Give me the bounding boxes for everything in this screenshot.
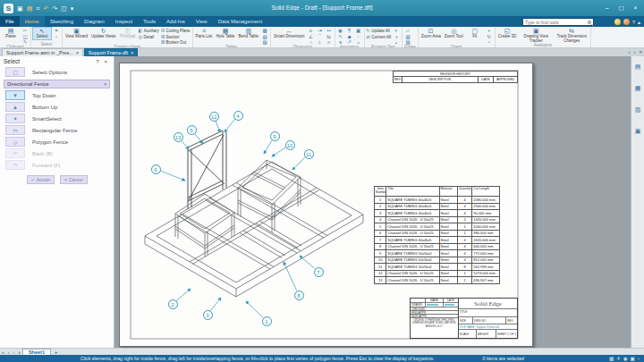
- drawing-canvas[interactable]: 12345678910111213 REVISION HISTORY REVDE…: [114, 56, 631, 348]
- menu-tab-file[interactable]: File: [0, 16, 20, 27]
- arc-dimension-icon[interactable]: ⌒: [317, 35, 324, 39]
- update-views-button[interactable]: ↻Update Views: [90, 28, 117, 39]
- minimize-ribbon-icon[interactable]: ▴: [638, 19, 640, 25]
- help-icon[interactable]: ?: [632, 20, 635, 25]
- queries-tab-icon[interactable]: ▥: [635, 106, 641, 114]
- qat-customize-icon[interactable]: ▾: [71, 4, 74, 13]
- select-panel-item-forward[interactable]: ↷Forward (F): [0, 159, 114, 171]
- block-table-icon[interactable]: ▨: [261, 35, 268, 39]
- panel-close-icon[interactable]: ×: [101, 59, 110, 64]
- zoom-out-icon[interactable]: −: [638, 355, 640, 362]
- frame-rails-geometry[interactable]: [179, 183, 327, 270]
- balloon-11[interactable]: 11: [304, 149, 314, 159]
- balloon-8[interactable]: 8: [294, 290, 304, 300]
- menu-tab-home[interactable]: Home: [20, 16, 45, 27]
- parts-list-row[interactable]: 2SQUARE TUBING 40x40x5Steel42560.000 mm: [375, 203, 500, 210]
- balloon-tool-icon[interactable]: ◉: [337, 29, 344, 33]
- datum-frame-icon[interactable]: ◦: [355, 35, 362, 39]
- print-icon[interactable]: ≡: [36, 4, 39, 13]
- minimize-button[interactable]: –: [601, 3, 613, 13]
- parts-list-row[interactable]: 8Channel DIN 1026 - U 50x25Steel4640.000…: [375, 243, 500, 250]
- callout-icon[interactable]: ✎: [337, 35, 344, 39]
- leader-icon[interactable]: ¶: [346, 29, 353, 33]
- selection-filter-icon[interactable]: ▦: [609, 355, 614, 362]
- fit-button[interactable]: ▢Fit: [466, 28, 484, 39]
- cutting-plane-button[interactable]: ⊟Cutting Plane: [161, 29, 191, 33]
- community-icon[interactable]: [614, 19, 621, 25]
- doc-tab[interactable]: Support Frame.dft×: [84, 48, 138, 56]
- angle-dimension-icon[interactable]: ∠: [308, 35, 315, 39]
- track-dimension-changes-button[interactable]: ⇆Track Dimension Changes: [555, 28, 589, 43]
- balloon-12[interactable]: 12: [209, 112, 219, 122]
- close-document-icon[interactable]: ×: [639, 49, 642, 55]
- balloon-6[interactable]: 6: [151, 164, 161, 174]
- balloon-10[interactable]: 10: [285, 140, 295, 150]
- parts-list-row[interactable]: 6Channel DIN 1026 - U 50x25Steel1980.000…: [375, 230, 500, 237]
- feature-control-frame-icon[interactable]: ▣: [355, 29, 362, 33]
- chain-dimension-icon[interactable]: ⇆: [326, 35, 333, 39]
- right-table-geometry[interactable]: [238, 160, 301, 232]
- parts-list-table[interactable]: Item NumberTitleMaterialQuantityCut Leng…: [374, 186, 500, 284]
- parts-list-row[interactable]: 3SQUARE TUBING 40x40x5Steel490.000 mm: [375, 210, 500, 217]
- balloon-1[interactable]: 1: [262, 316, 272, 326]
- left-table-geometry[interactable]: [175, 194, 234, 257]
- accept-button[interactable]: ✓ Accept: [27, 175, 55, 184]
- select-button[interactable]: ↖Select: [33, 28, 51, 39]
- detail-button[interactable]: ◎Detail: [139, 35, 159, 39]
- copy-icon[interactable]: ◫: [61, 4, 67, 13]
- select-panel-item-rectangular-fence[interactable]: ▭Rectangular Fence: [0, 124, 114, 136]
- select-panel-item-back[interactable]: ↶Back (B): [0, 147, 114, 159]
- select-panel-item-smartselect[interactable]: ✦SmartSelect: [0, 113, 114, 124]
- cut-icon[interactable]: ✂: [21, 29, 29, 33]
- update-all-button[interactable]: ↻Update All: [367, 29, 391, 33]
- edge-painter-icon[interactable]: ▱: [404, 29, 411, 33]
- save-icon[interactable]: ▣: [17, 4, 23, 13]
- deselect-icon[interactable]: ▫: [53, 35, 60, 39]
- auxiliary-button[interactable]: ◧Auxiliary: [139, 29, 159, 33]
- view-wizard-button[interactable]: ▣View Wizard: [64, 28, 89, 39]
- parts-list-row[interactable]: 12Channel DIN 1026 - U 50x25Steel11274.0…: [375, 270, 500, 277]
- zoom-in-icon[interactable]: +: [486, 29, 493, 33]
- paste-button[interactable]: ▤Paste: [2, 28, 20, 39]
- distance-between-icon[interactable]: ⇥: [317, 29, 324, 33]
- last-sheet-icon[interactable]: »: [16, 349, 22, 355]
- intellisketch-icon[interactable]: ◉: [623, 355, 628, 362]
- bend-table-button[interactable]: ▥Bend Table: [238, 28, 259, 39]
- search-input[interactable]: [525, 20, 584, 25]
- parts-list-button[interactable]: ≡Parts List: [195, 28, 214, 39]
- select-options-item[interactable]: ▢ Select Options: [0, 66, 114, 78]
- hidden-edges-icon[interactable]: ▨: [404, 35, 411, 39]
- layers-tab-icon[interactable]: ▤: [635, 63, 641, 71]
- command-search[interactable]: [522, 18, 594, 26]
- groups-tab-icon[interactable]: ▦: [635, 85, 641, 92]
- app-icon[interactable]: S: [4, 4, 13, 13]
- undo-icon[interactable]: ↶: [43, 4, 48, 13]
- close-tab-icon[interactable]: ×: [131, 50, 133, 55]
- base-frame-geometry[interactable]: [145, 162, 363, 297]
- fence-mode-dropdown[interactable]: Directional Fence ▾: [4, 80, 110, 88]
- balloon-3[interactable]: 3: [203, 310, 213, 320]
- menu-tab-diagram[interactable]: Diagram: [79, 16, 110, 27]
- parts-list-row[interactable]: 1SQUARE TUBING 40x40x5Steel42080.000 mm: [375, 197, 500, 204]
- parts-list-row[interactable]: 10SQUARE TUBING 50x50x4Steel4812.000 mm: [375, 257, 500, 264]
- zoom-area-button[interactable]: ⊡Zoom Area: [420, 28, 442, 39]
- scroll-tabs-left-icon[interactable]: ‹: [628, 49, 630, 55]
- doc-tab[interactable]: Support Frame.asm in _Pres...×: [2, 48, 83, 56]
- x-brace-panel-geometry[interactable]: [188, 130, 226, 209]
- weld-symbol-icon[interactable]: ◆: [346, 35, 353, 39]
- parts-list-row[interactable]: 5Channel DIN 1026 - U 50x25Steel11060.00…: [375, 223, 500, 231]
- parts-list-row[interactable]: 9SQUARE TUBING 50x50x4Steel4772.000 mm: [375, 250, 500, 257]
- balloon-7[interactable]: 7: [314, 267, 324, 277]
- restore-button[interactable]: ▢: [615, 3, 627, 13]
- new-sheet-button[interactable]: +: [51, 349, 61, 355]
- select-panel-item-top-down[interactable]: ▼Top Down: [0, 89, 114, 101]
- revision-table[interactable]: REVISION HISTORY REVDESCRIPTIONDATEAPPRO…: [393, 71, 518, 83]
- family-table-icon[interactable]: ▩: [261, 29, 268, 33]
- convert-all-button[interactable]: ⇄Convert All: [367, 35, 391, 39]
- property-text-callout-icon[interactable]: ◑: [393, 35, 400, 39]
- create-3d-button[interactable]: ◱Create 3D: [497, 28, 518, 39]
- section-button[interactable]: ⊞Section: [161, 35, 191, 39]
- hole-table-button[interactable]: ▦Hole Table: [215, 28, 235, 39]
- menu-tab-view[interactable]: View: [191, 16, 213, 27]
- balloon-9[interactable]: 9: [270, 131, 280, 141]
